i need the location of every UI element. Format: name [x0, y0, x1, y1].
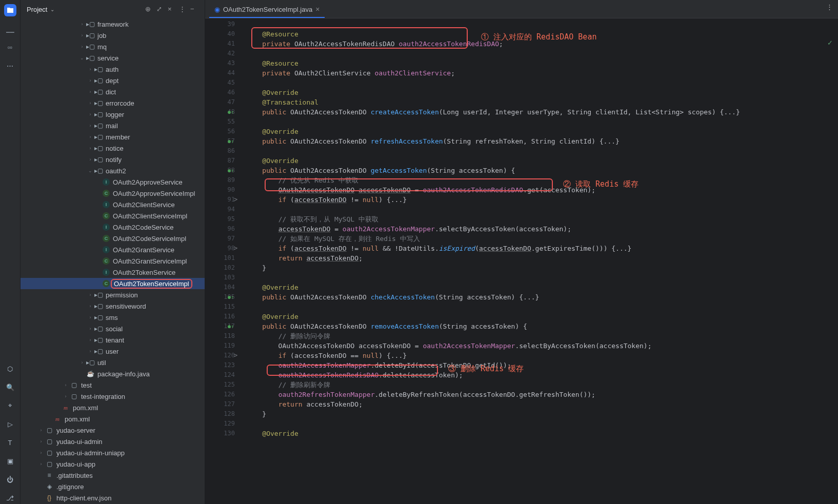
tree-item[interactable]: ›▸▢errorcode [21, 97, 205, 109]
structure-tool-icon[interactable]: ▫▫ [4, 41, 16, 53]
tree-item[interactable]: COAuth2GrantServiceImpl [21, 255, 205, 267]
project-tree[interactable]: ›▸▢framework›▸▢job›▸▢mq⌄▸▢service›▸▢auth… [21, 18, 205, 504]
editor-options-icon[interactable]: ⋮ [826, 3, 833, 11]
tree-item[interactable]: IOAuth2GrantService [21, 244, 205, 255]
gutter: 39404142434445464748●↑555657●↑868788●↑89… [205, 18, 240, 504]
inspection-ok-icon[interactable]: ✓ [827, 39, 833, 47]
tree-item[interactable]: IOAuth2CodeService [21, 221, 205, 233]
tree-item[interactable]: ›▸▢notice [21, 143, 205, 154]
left-toolwindow-bar: ⎯⎯ ▫▫ ⋯ ⬡ 🔍 ⌖ ▷ T ▣ ⏻ ⎇ [0, 0, 21, 504]
tree-item[interactable]: ›▸▢logger [21, 109, 205, 120]
vcs-icon[interactable]: ⎇ [4, 492, 16, 504]
close-tab-icon[interactable]: × [315, 5, 320, 13]
tree-item[interactable]: ›▸▢util [21, 357, 205, 368]
panel-dropdown-icon[interactable]: ⌄ [50, 7, 54, 12]
editor-tab-active[interactable]: ◉ OAuth2TokenServiceImpl.java × [209, 2, 325, 18]
tree-item[interactable]: ›▸▢dept [21, 75, 205, 86]
project-panel: Project ⌄ ⊕ ⤢ × ⋮ − ›▸▢framework›▸▢job›▸… [21, 0, 205, 504]
expand-icon[interactable]: ⤢ [156, 5, 165, 13]
project-panel-header: Project ⌄ ⊕ ⤢ × ⋮ − [21, 0, 205, 18]
tree-item[interactable]: ›▢test [21, 379, 205, 391]
tree-item[interactable]: ›▸▢social [21, 323, 205, 334]
panel-title[interactable]: Project [27, 6, 47, 13]
code-content[interactable]: ① 注入对应的 RedisDAO Bean ② 读取 Redis 缓存 ③ 删除… [240, 18, 838, 504]
annotation-text-2: ② 读取 Redis 缓存 [563, 179, 639, 189]
tree-item[interactable]: ›▢yudao-server [21, 425, 205, 436]
debug-icon[interactable]: ⌖ [4, 399, 16, 412]
tree-item[interactable]: ◈.gitignore [21, 481, 205, 492]
tree-item[interactable]: ›▸▢mail [21, 120, 205, 131]
options-icon[interactable]: ⋮ [179, 5, 187, 13]
collapse-icon[interactable]: × [168, 5, 176, 13]
tree-item[interactable]: ⌄▸▢service [21, 52, 205, 64]
tree-item[interactable]: ›▸▢dict [21, 86, 205, 97]
power-icon[interactable]: ⏻ [4, 473, 16, 486]
tree-item[interactable]: ›▸▢member [21, 131, 205, 143]
tree-item[interactable]: ⌄▸▢oauth2 [21, 165, 205, 176]
editor-body[interactable]: 39404142434445464748●↑555657●↑868788●↑89… [205, 18, 838, 504]
hide-icon[interactable]: − [190, 5, 198, 13]
tree-item[interactable]: ›▸▢user [21, 346, 205, 357]
tree-item[interactable]: ›▸▢framework [21, 18, 205, 30]
type-icon[interactable]: T [4, 436, 16, 449]
tree-item[interactable]: ☕package-info.java [21, 368, 205, 379]
tree-item[interactable]: ›▸▢sms [21, 312, 205, 323]
tree-item[interactable]: COAuth2CodeServiceImpl [21, 233, 205, 244]
annotation-text-1: ① 注入对应的 RedisDAO Bean [481, 32, 596, 42]
tree-item[interactable]: IOAuth2ClientService [21, 199, 205, 210]
tree-item[interactable]: ›▢yudao-ui-admin-uniapp [21, 447, 205, 458]
tab-filename: OAuth2TokenServiceImpl.java [223, 6, 312, 13]
editor-area: ◉ OAuth2TokenServiceImpl.java × ⋮ 394041… [205, 0, 838, 504]
tree-item[interactable]: COAuth2ClientServiceImpl [21, 210, 205, 221]
tree-item[interactable]: COAuth2TokenServiceImpl [21, 278, 205, 289]
tree-item[interactable]: ›▸▢job [21, 30, 205, 41]
run-icon[interactable]: ▷ [4, 418, 16, 430]
editor-tabs: ◉ OAuth2TokenServiceImpl.java × ⋮ [205, 0, 838, 18]
annotation-text-3: ③ 删除 Redis 缓存 [448, 364, 524, 374]
tree-item[interactable]: mpom.xml [21, 402, 205, 413]
tree-item[interactable]: ›▸▢tenant [21, 334, 205, 346]
project-tool-icon[interactable] [4, 4, 16, 16]
tree-item[interactable]: IOAuth2TokenService [21, 267, 205, 278]
services-icon[interactable]: ⬡ [4, 362, 16, 375]
terminal-icon[interactable]: ▣ [4, 455, 16, 467]
search-icon[interactable]: 🔍 [4, 381, 16, 393]
tree-item[interactable]: ›▸▢auth [21, 64, 205, 75]
tree-item[interactable]: ›▢yudao-ui-admin [21, 436, 205, 447]
tree-item[interactable]: ›▸▢notify [21, 154, 205, 165]
tree-item[interactable]: ≡.gitattributes [21, 470, 205, 481]
tree-item[interactable]: {}http-client.env.json [21, 492, 205, 503]
more-icon[interactable]: ⋯ [4, 59, 16, 72]
tree-item[interactable]: ›▸▢sensitiveword [21, 300, 205, 312]
locate-icon[interactable]: ⊕ [145, 5, 153, 13]
tree-item[interactable]: ›▢test-integration [21, 391, 205, 402]
commit-tool-icon[interactable]: ⎯⎯ [4, 23, 16, 35]
tree-item[interactable]: COAuth2ApproveServiceImpl [21, 188, 205, 199]
java-file-icon: ◉ [214, 6, 220, 13]
tree-item[interactable]: IOAuth2ApproveService [21, 176, 205, 188]
tree-item[interactable]: mpom.xml [21, 413, 205, 425]
tree-item[interactable]: ›▢yudao-ui-app [21, 458, 205, 470]
tree-item[interactable]: ›▸▢permission [21, 289, 205, 300]
tree-item[interactable]: ›▸▢mq [21, 41, 205, 52]
